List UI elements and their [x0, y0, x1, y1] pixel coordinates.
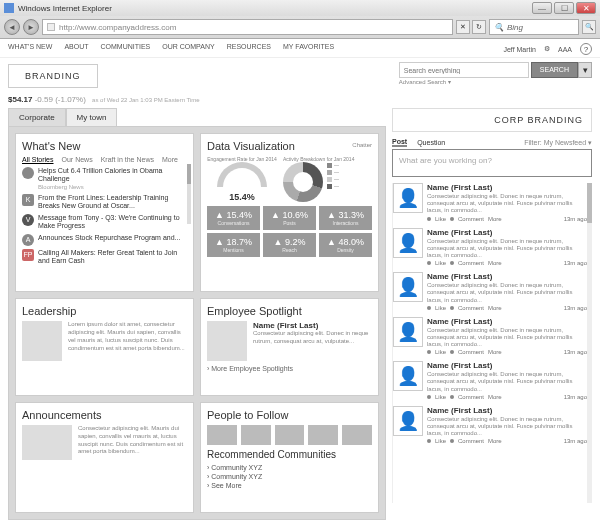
post-author[interactable]: Name (First Last)	[427, 228, 587, 237]
post-author[interactable]: Name (First Last)	[427, 183, 587, 192]
tab-mytown[interactable]: My town	[66, 108, 118, 126]
post-text: Consectetur adipiscing elit. Donec in ne…	[427, 238, 587, 260]
back-button[interactable]: ◄	[4, 19, 20, 35]
news-badge-icon: V	[22, 214, 34, 226]
more-link[interactable]: More	[488, 349, 502, 355]
user-name[interactable]: Jeff Martin	[503, 46, 536, 53]
minimize-button[interactable]: —	[532, 2, 552, 14]
chatter-link[interactable]: Chatter	[352, 142, 372, 148]
metric-tile: ▲ 18.7%Mentions	[207, 233, 260, 257]
pie-chart	[283, 162, 323, 202]
search-go-button[interactable]: 🔍	[582, 20, 596, 34]
browser-search[interactable]: 🔍 Bing	[489, 19, 579, 35]
post-time: 13m ago	[564, 216, 587, 222]
like-link[interactable]: Like	[435, 305, 446, 311]
post-author[interactable]: Name (First Last)	[427, 272, 587, 281]
post-text: Consectetur adipiscing elit. Donec in ne…	[427, 371, 587, 393]
ptf-avatar[interactable]	[207, 425, 237, 445]
refresh-button[interactable]: ↻	[472, 20, 486, 34]
scrollbar[interactable]	[187, 164, 191, 224]
comment-link[interactable]: Comment	[458, 216, 484, 222]
feed-filter[interactable]: Filter: My Newsfeed ▾	[524, 139, 592, 147]
ptf-avatar[interactable]	[275, 425, 305, 445]
metric-tile: ▲ 10.6%Posts	[263, 206, 316, 230]
like-link[interactable]: Like	[435, 260, 446, 266]
news-item[interactable]: FP Calling All Makers: Refer Great Talen…	[22, 249, 187, 266]
like-link[interactable]: Like	[435, 349, 446, 355]
like-link[interactable]: Like	[435, 438, 446, 444]
comment-link[interactable]: Comment	[458, 260, 484, 266]
post-text: Consectetur adipiscing elit. Donec in ne…	[427, 416, 587, 438]
stop-button[interactable]: ✕	[456, 20, 470, 34]
post-author[interactable]: Name (First Last)	[427, 406, 587, 415]
search-dropdown-button[interactable]: ▾	[578, 62, 592, 78]
menu-myfavorites[interactable]: MY FAVORITES	[283, 43, 334, 55]
like-link[interactable]: Like	[435, 394, 446, 400]
more-link[interactable]: More	[488, 216, 502, 222]
post-avatar[interactable]: 👤	[393, 406, 423, 436]
more-link[interactable]: More	[488, 438, 502, 444]
subtab-allstories[interactable]: All Stories	[22, 156, 54, 163]
post-avatar[interactable]: 👤	[393, 317, 423, 347]
more-link[interactable]: More	[488, 305, 502, 311]
feed-tab-post[interactable]: Post	[392, 138, 407, 147]
feed-scrollbar[interactable]	[587, 183, 592, 503]
menu-communities[interactable]: COMMUNITIES	[101, 43, 151, 55]
ptf-avatar[interactable]	[308, 425, 338, 445]
post-author[interactable]: Name (First Last)	[427, 361, 587, 370]
card-people-to-follow: People to Follow Recommended Communities…	[200, 402, 379, 513]
address-bar[interactable]	[42, 19, 453, 35]
leadership-image	[22, 321, 62, 361]
composer-input[interactable]: What are you working on?	[392, 149, 592, 177]
comment-link[interactable]: Comment	[458, 438, 484, 444]
ptf-title: People to Follow	[207, 409, 372, 421]
forward-button[interactable]: ►	[23, 19, 39, 35]
ptf-avatar[interactable]	[342, 425, 372, 445]
menu-whatsnew[interactable]: WHAT'S NEW	[8, 43, 52, 55]
news-item[interactable]: Helps Cut 6.4 Trillion Calories in Obama…	[22, 167, 187, 191]
maximize-button[interactable]: ☐	[554, 2, 574, 14]
post-avatar[interactable]: 👤	[393, 183, 423, 213]
card-spotlight: Employee Spotlight Name (First Last) Con…	[200, 298, 379, 396]
comment-link[interactable]: Comment	[458, 394, 484, 400]
feed-tab-question[interactable]: Question	[417, 139, 445, 146]
news-item[interactable]: A Announces Stock Repurchase Program and…	[22, 234, 187, 246]
text-size-toggle[interactable]: AAA	[558, 46, 572, 53]
news-item[interactable]: V Message from Tony - Q3: We're Continui…	[22, 214, 187, 231]
subtab-ournews[interactable]: Our News	[62, 156, 93, 163]
like-link[interactable]: Like	[435, 216, 446, 222]
post-avatar[interactable]: 👤	[393, 272, 423, 302]
news-title: Announces Stock Repurchase Program and..…	[38, 234, 180, 241]
subtab-more[interactable]: More	[162, 156, 178, 163]
close-button[interactable]: ✕	[576, 2, 596, 14]
post-avatar[interactable]: 👤	[393, 228, 423, 258]
menu-about[interactable]: ABOUT	[64, 43, 88, 55]
community-link[interactable]: › Community XYZ	[207, 464, 372, 471]
feed-post: 👤 Name (First Last) Consectetur adipisci…	[393, 183, 587, 222]
search-button[interactable]: SEARCH	[531, 62, 578, 78]
card-announcements: Announcements Consectetur adipiscing eli…	[15, 402, 194, 513]
news-item[interactable]: K From the Front Lines: Leadership Train…	[22, 194, 187, 211]
community-link[interactable]: › Community XYZ	[207, 473, 372, 480]
subtab-kraft[interactable]: Kraft in the News	[101, 156, 154, 163]
news-title: Calling All Makers: Refer Great Talent t…	[38, 249, 177, 264]
ptf-avatar[interactable]	[241, 425, 271, 445]
help-icon[interactable]: ?	[580, 43, 592, 55]
tab-corporate[interactable]: Corporate	[8, 108, 66, 126]
more-link[interactable]: More	[488, 394, 502, 400]
metric-tile: ▲ 48.0%Density	[319, 233, 372, 257]
post-author[interactable]: Name (First Last)	[427, 317, 587, 326]
url-input[interactable]	[59, 23, 448, 32]
spotlight-more-link[interactable]: › More Employee Spotlights	[207, 365, 372, 372]
comment-link[interactable]: Comment	[458, 349, 484, 355]
post-avatar[interactable]: 👤	[393, 361, 423, 391]
advanced-search-link[interactable]: Advanced Search ▾	[399, 78, 451, 89]
search-input[interactable]	[399, 62, 529, 78]
menu-resources[interactable]: RESOURCES	[227, 43, 271, 55]
comment-link[interactable]: Comment	[458, 305, 484, 311]
menu-ourcompany[interactable]: OUR COMPANY	[162, 43, 214, 55]
see-more-link[interactable]: › See More	[207, 482, 372, 489]
metric-tile: ▲ 9.2%Reach	[263, 233, 316, 257]
more-link[interactable]: More	[488, 260, 502, 266]
gear-icon[interactable]: ⚙	[544, 45, 550, 53]
